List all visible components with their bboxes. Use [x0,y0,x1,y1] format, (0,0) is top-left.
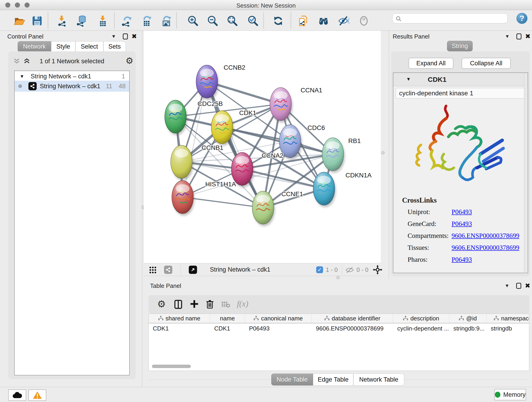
panel-float-icon[interactable] [516,33,521,39]
pharos-link[interactable]: P06493 [452,256,472,268]
cell-id[interactable]: stringdb:9... [449,323,487,333]
function-builder-icon[interactable]: f(x) [237,299,248,308]
collection-label: String Network – cdk1 [31,73,91,80]
table-horizontal-scrollbar[interactable] [152,365,191,368]
tab-select[interactable]: Select [75,41,103,52]
network-node-CDC25B[interactable] [165,100,186,133]
collection-expand-icon[interactable]: ▼ [20,74,24,79]
add-column-icon[interactable] [189,299,199,309]
toolbar-separator [291,12,291,28]
network-edge[interactable] [183,197,263,208]
export-network-button[interactable] [121,15,132,27]
network-node-HIST1H1A[interactable] [172,181,193,214]
export-image-button[interactable] [161,15,172,27]
network-node-CCNB2[interactable] [196,65,218,98]
tab-network-table[interactable]: Network Table [353,374,404,385]
right-splitter-grip[interactable] [381,151,385,154]
warnings-button[interactable] [28,389,46,401]
cloud-button[interactable] [8,389,26,401]
network-node-CCNA1[interactable] [270,88,291,121]
collapse-all-button[interactable]: Collapse All [462,58,511,69]
apply-layout-button[interactable] [272,15,284,27]
selected-checkbox-icon[interactable]: ✓ [316,266,323,273]
panel-float-icon[interactable] [123,33,128,39]
tab-string[interactable]: String [447,41,473,51]
first-neighbors-button[interactable] [318,15,329,27]
gene-header-row[interactable]: ▼ CDK1 [393,73,528,86]
network-node-CCNB1[interactable] [171,145,192,178]
cytoscape-window: Session: New Session [0,0,532,402]
delete-column-icon[interactable] [205,299,215,309]
column-header-id[interactable]: @id [449,314,487,323]
network-options-gear-icon[interactable]: ⚙ [126,56,133,65]
results-scrollbar[interactable] [524,73,527,272]
memory-button[interactable]: Memory [494,389,526,400]
column-header-description[interactable]: description [393,314,449,323]
column-header-database-identifier[interactable]: database identifier [312,314,393,323]
network-node-CDKN1A[interactable] [313,172,335,205]
tab-network[interactable]: Network [18,41,51,52]
panel-close-icon[interactable]: ✖ [525,283,530,289]
save-session-button[interactable] [32,15,43,27]
import-network-database-button[interactable] [76,15,87,27]
table-options-gear-icon[interactable]: ⚙ [157,300,166,308]
network-node-CDK1[interactable] [211,111,233,144]
delete-table-icon[interactable] [221,301,230,308]
cell-name[interactable]: CDK1 [210,323,245,333]
search-input[interactable] [392,13,508,23]
export-table-button[interactable] [141,15,152,27]
panel-close-icon[interactable]: ✖ [132,33,137,39]
cell-canonical-name[interactable]: P06493 [245,323,312,333]
panel-menu-icon[interactable]: ▾ [506,282,508,289]
cell-database-identifier[interactable]: 9606.ENSP00000378699 [312,323,393,333]
zoom-out-button[interactable] [207,15,218,27]
cell-description[interactable]: cyclin-dependent ... [393,323,449,333]
column-header-shared-name[interactable]: shared name [149,314,210,323]
column-header-canonical-name[interactable]: canonical name [245,314,312,323]
column-header-namespace[interactable]: namespace [487,314,529,323]
cell-shared-name[interactable]: CDK1 [149,323,210,333]
control-panel: Control Panel ▾ ✖ Network Style Select S… [0,31,142,387]
column-header-name[interactable]: name [210,314,245,323]
open-in-window-icon[interactable] [189,266,197,274]
tissues-link[interactable]: 9606.ENSP00000378699 [452,244,519,256]
network-type-icon[interactable] [164,266,172,274]
show-columns-icon[interactable] [173,299,183,309]
network-node-CCNE1[interactable] [252,191,274,224]
new-network-from-selection-button[interactable] [298,15,309,27]
zoom-in-button[interactable] [187,15,199,27]
panel-menu-icon[interactable]: ▾ [112,33,115,39]
compartments-link[interactable]: 9606.ENSP00000378699 [452,232,519,244]
network-canvas[interactable]: CCNB2CCNA1CDC25BCDK1CDC6RB1CCNB1CCNA2CDK… [144,31,381,263]
import-table-button[interactable] [97,15,108,27]
pan-target-icon[interactable] [373,265,383,275]
expand-all-button[interactable]: Expand All [409,58,453,69]
help-button[interactable]: ? [516,13,527,24]
cell-namespace[interactable]: stringdb [487,323,529,333]
hide-selected-button[interactable] [338,15,349,27]
genecard-link[interactable]: P06493 [452,220,472,232]
network-collection-row[interactable]: ▼ String Network – cdk1 1 [15,71,129,81]
show-all-button[interactable] [358,15,370,27]
network-row-selected[interactable]: String Network – cdk1 11 48 [15,81,129,92]
toolbar-separator [263,12,264,28]
zoom-fit-button[interactable] [227,15,238,27]
panel-float-icon[interactable] [516,283,521,289]
network-edge[interactable] [183,82,207,197]
grid-view-icon[interactable] [149,266,157,274]
network-node-RB1[interactable] [322,138,344,171]
panel-close-icon[interactable]: ✖ [525,33,530,39]
tab-style[interactable]: Style [51,41,75,52]
horizontal-splitter-grip[interactable] [336,276,340,279]
tab-node-table[interactable]: Node Table [271,374,313,385]
zoom-selected-button[interactable] [247,15,259,27]
tab-edge-table[interactable]: Edge Table [313,374,353,385]
zoom-selected-icon [247,15,259,27]
table-row[interactable]: CDK1 CDK1 P06493 9606.ENSP00000378699 cy… [149,323,529,333]
gene-expand-icon[interactable]: ▼ [406,77,411,82]
open-session-button[interactable] [13,15,25,27]
uniprot-link[interactable]: P06493 [452,208,472,220]
import-network-file-button[interactable] [57,15,68,27]
panel-menu-icon[interactable]: ▾ [506,33,509,39]
tab-sets[interactable]: Sets [103,41,126,52]
